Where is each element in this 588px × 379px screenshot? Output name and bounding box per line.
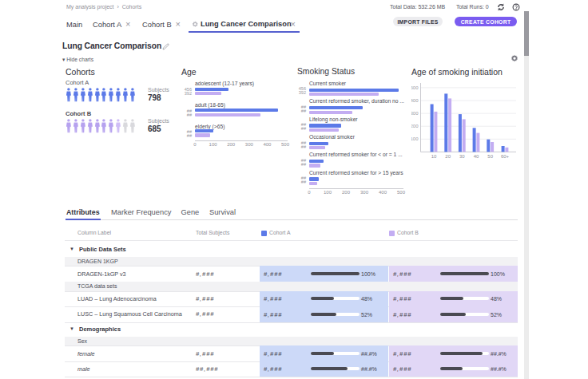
svg-text:30: 30: [459, 154, 465, 159]
svg-text:300: 300: [411, 111, 419, 116]
svg-text:40: 40: [474, 154, 479, 159]
svg-text:500: 500: [411, 85, 419, 90]
svg-text:10: 10: [431, 154, 437, 159]
svg-text:100: 100: [411, 136, 419, 141]
svg-text:50: 50: [487, 154, 493, 159]
svg-text:20: 20: [445, 154, 451, 159]
svg-text:400: 400: [411, 98, 419, 103]
svg-text:200: 200: [411, 124, 419, 128]
svg-text:60+: 60+: [501, 154, 510, 159]
